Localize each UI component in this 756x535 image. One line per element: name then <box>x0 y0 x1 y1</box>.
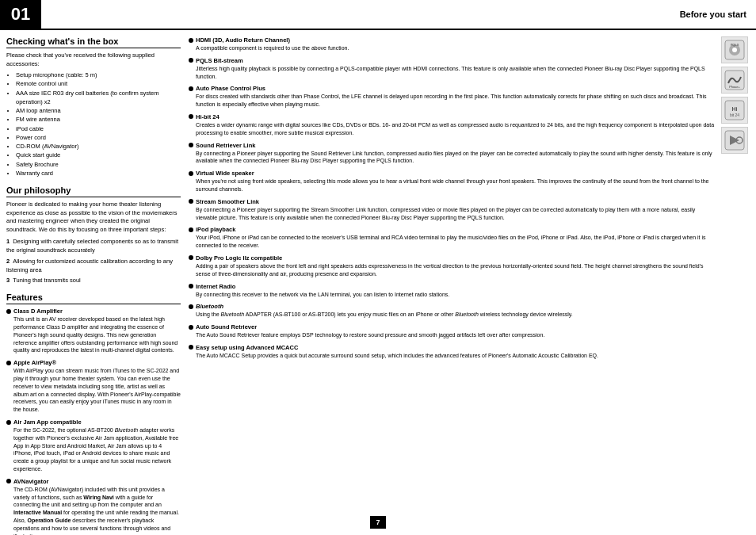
feature-vw-title: Virtual Wide speaker <box>196 170 254 177</box>
hibit-feature-icon: Hi bit 24 <box>721 97 748 124</box>
bullet-icon <box>189 38 193 43</box>
philosophy-item-3: 3Tuning that transmits soul <box>6 276 181 285</box>
feature-srl-text: By connecting a Pioneer player supportin… <box>196 150 715 166</box>
feature-ipod: iPod playback Your iPod, iPhone or iPad … <box>189 226 715 250</box>
bullet-icon <box>189 114 193 119</box>
feature-ir-text: By connecting this receiver to the netwo… <box>196 291 715 299</box>
philosophy-list: 1Designing with carefully selected compo… <box>6 237 181 285</box>
list-item: Remote control unit <box>16 79 181 88</box>
list-item: Safety Brochure <box>16 160 181 169</box>
pqls-feature-icon: PQLS <box>721 36 748 63</box>
right-features: HDMI (3D, Audio Return Channel) A compat… <box>189 36 715 365</box>
feature-pqls: PQLS Bit-stream Jitterless high quality … <box>189 57 715 81</box>
svg-text:Hi: Hi <box>732 106 738 112</box>
bullet-icon <box>189 304 193 309</box>
feature-dolby: Dolby Pro Logic IIz compatible Adding a … <box>189 254 715 278</box>
feature-bt-title: Bluetooth <box>196 303 223 310</box>
feature-pqls-text: Jitterless high quality playback is poss… <box>196 65 715 81</box>
feature-internet-radio: Internet Radio By connecting this receiv… <box>189 283 715 299</box>
left-column: Checking what's in the box Please check … <box>6 36 181 535</box>
feature-airplay-title: Apple AirPlay® <box>13 359 56 366</box>
feature-hdmi-title: HDMI (3D, Audio Return Channel) <box>196 36 290 44</box>
feature-dolby-text: Adding a pair of speakers above the fron… <box>196 262 715 278</box>
phase-control-feature-icon: Phase+ <box>721 67 748 94</box>
feature-airjam: Air Jam App compatible For the SC-2022, … <box>6 418 181 473</box>
list-item: Power cord <box>16 133 181 142</box>
sound-retriever-feature-icon <box>721 127 748 154</box>
checking-title: Checking what's in the box <box>6 36 181 48</box>
feature-sound-retriever-link: Sound Retriever Link By connecting a Pio… <box>189 142 715 166</box>
svg-text:Phase+: Phase+ <box>729 85 740 89</box>
feature-hibit-title: Hi-bit 24 <box>196 113 220 120</box>
checking-section: Checking what's in the box Please check … <box>6 36 181 178</box>
feature-mcacc-text: The Auto MCACC Setup provides a quick bu… <box>196 352 715 360</box>
bullet-icon <box>189 284 193 289</box>
list-item: Warranty card <box>16 169 181 178</box>
feature-class-d-text: This unit is an AV receiver developed ba… <box>13 315 181 354</box>
chapter-number: 01 <box>0 0 41 29</box>
feature-class-d: Class D Amplifier This unit is an AV rec… <box>6 308 181 354</box>
main-content: Checking what's in the box Please check … <box>0 30 756 535</box>
feature-bt-text: Using the Bluetooth ADAPTER (AS-BT100 or… <box>196 311 715 319</box>
feature-phase-title: Auto Phase Control Plus <box>196 85 265 92</box>
chapter-title: Before you start <box>41 0 756 29</box>
svg-point-2 <box>732 48 737 52</box>
svg-text:PQLS: PQLS <box>731 43 739 47</box>
feature-asr-text: The Auto Sound Retriever feature employs… <box>196 331 715 339</box>
feature-srl-title: Sound Retriever Link <box>196 142 255 149</box>
list-item: Setup microphone (cable: 5 m) <box>16 71 181 79</box>
list-item: Quick start guide <box>16 151 181 159</box>
page-header: 01 Before you start <box>0 0 756 30</box>
list-item: FM wire antenna <box>16 115 181 124</box>
philosophy-item-1: 1Designing with carefully selected compo… <box>6 237 181 255</box>
feature-airjam-title: Air Jam App compatible <box>13 418 82 426</box>
feature-icons-column: PQLS Phase+ Hi bit 24 <box>720 36 750 365</box>
right-column: HDMI (3D, Audio Return Channel) A compat… <box>189 36 750 535</box>
bullet-icon <box>6 479 11 483</box>
bullet-icon <box>6 309 11 314</box>
right-main-layout: HDMI (3D, Audio Return Channel) A compat… <box>189 36 750 365</box>
svg-text:bit 24: bit 24 <box>730 113 739 117</box>
list-item: AAA size IEC R03 dry cell batteries (to … <box>16 89 181 107</box>
feature-virtual-wide: Virtual Wide speaker When you're not usi… <box>189 170 715 193</box>
bullet-icon <box>189 199 193 204</box>
feature-class-d-title: Class D Amplifier <box>13 308 63 315</box>
feature-airplay-text: With AirPlay you can stream music from i… <box>13 367 181 414</box>
feature-auto-sound-retriever: Auto Sound Retriever The Auto Sound Retr… <box>189 323 715 339</box>
features-title: Features <box>6 292 181 304</box>
list-item: CD-ROM (AVNavigator) <box>16 142 181 151</box>
bullet-icon <box>6 361 11 365</box>
feature-hibit-text: Creates a wider dynamic range with digit… <box>196 121 715 137</box>
feature-hibit: Hi-bit 24 Creates a wider dynamic range … <box>189 113 715 137</box>
checking-list: Setup microphone (cable: 5 m) Remote con… <box>6 71 181 178</box>
philosophy-title: Our philosophy <box>6 185 181 197</box>
bullet-icon <box>189 171 193 176</box>
features-section: Features Class D Amplifier This unit is … <box>6 292 181 535</box>
feature-ssl-title: Stream Smoother Link <box>196 198 259 205</box>
feature-avnavigator: AVNavigator The CD-ROM (AVNavigator) inc… <box>6 478 181 535</box>
feature-ir-title: Internet Radio <box>196 283 235 290</box>
bullet-icon <box>189 227 193 232</box>
feature-phase-control: Auto Phase Control Plus For discs create… <box>189 85 715 109</box>
page-number: 7 <box>370 516 386 529</box>
bullet-icon <box>189 255 193 260</box>
feature-bluetooth: Bluetooth Using the Bluetooth ADAPTER (A… <box>189 303 715 319</box>
bullet-icon <box>189 143 193 147</box>
feature-stream-smoother: Stream Smoother Link By connecting a Pio… <box>189 198 715 222</box>
feature-airjam-text: For the SC-2022, the optional AS-BT200 B… <box>13 426 181 473</box>
feature-avnavigator-text: The CD-ROM (AVNavigator) included with t… <box>13 486 181 535</box>
list-item: iPod cable <box>16 124 181 133</box>
feature-mcacc: Easy setup using Advanced MCACC The Auto… <box>189 344 715 360</box>
feature-airplay: Apple AirPlay® With AirPlay you can stre… <box>6 359 181 414</box>
philosophy-section: Our philosophy Pioneer is dedicated to m… <box>6 185 181 285</box>
philosophy-item-2: 2Allowing for customized acoustic calibr… <box>6 257 181 275</box>
feature-ssl-text: By connecting a Pioneer player supportin… <box>196 206 715 222</box>
bullet-icon <box>189 58 193 63</box>
feature-ipod-title: iPod playback <box>196 226 235 233</box>
list-item: AM loop antenna <box>16 106 181 115</box>
feature-hdmi: HDMI (3D, Audio Return Channel) A compat… <box>189 36 715 52</box>
feature-vw-text: When you're not using front wide speaker… <box>196 178 715 193</box>
bullet-icon <box>6 420 11 425</box>
philosophy-intro: Pioneer is dedicated to making your home… <box>6 201 181 234</box>
feature-asr-title: Auto Sound Retriever <box>196 323 257 331</box>
